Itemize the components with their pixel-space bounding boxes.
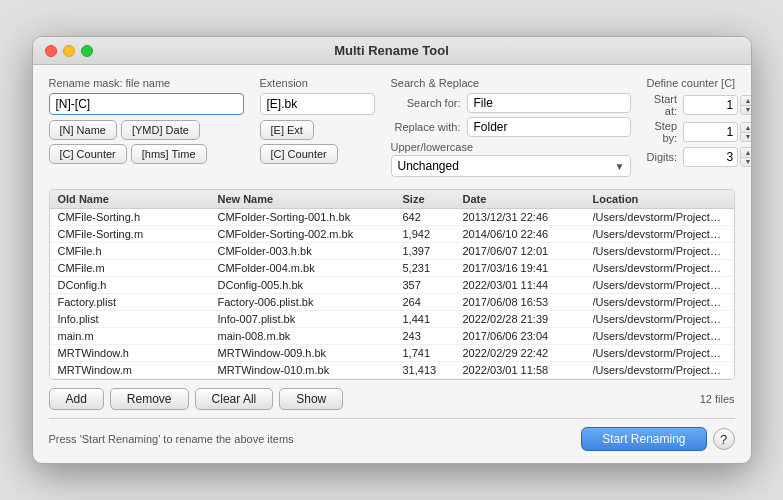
search-for-label: Search for:: [391, 97, 461, 109]
search-input[interactable]: [467, 93, 631, 113]
cell-size: 1,741: [403, 347, 463, 359]
c-counter-button[interactable]: [C] Counter: [49, 144, 127, 164]
cell-location: /Users/devstorm/Projects/...: [593, 245, 726, 257]
step-by-up[interactable]: ▲: [741, 123, 751, 133]
cell-date: 2022/03/01 11:58: [463, 364, 593, 376]
start-at-stepper[interactable]: ▲ ▼: [740, 95, 751, 115]
clear-all-button[interactable]: Clear All: [195, 388, 274, 410]
traffic-lights: [45, 45, 93, 57]
c-counter-ext-button[interactable]: [C] Counter: [260, 144, 338, 164]
cell-size: 1,942: [403, 228, 463, 240]
cell-location: /Users/devstorm/Projects/...: [593, 296, 726, 308]
step-by-down[interactable]: ▼: [741, 133, 751, 142]
cell-new-name: MRTWindow-010.m.bk: [218, 364, 403, 376]
cell-old-name: CMFile-Sorting.h: [58, 211, 218, 223]
add-button[interactable]: Add: [49, 388, 104, 410]
cell-size: 243: [403, 330, 463, 342]
hms-time-button[interactable]: [hms] Time: [131, 144, 207, 164]
n-name-button[interactable]: [N] Name: [49, 120, 117, 140]
extension-section: Extension [E] Ext [C] Counter: [260, 77, 375, 177]
step-by-stepper[interactable]: ▲ ▼: [740, 122, 751, 142]
case-label: Upper/lowercase: [391, 141, 631, 153]
cell-size: 264: [403, 296, 463, 308]
cell-new-name: main-008.m.bk: [218, 330, 403, 342]
table-body[interactable]: CMFile-Sorting.h CMFolder-Sorting-001.h.…: [50, 209, 734, 379]
table-row[interactable]: MRTWindow.h MRTWindow-009.h.bk 1,741 202…: [50, 345, 734, 362]
extension-buttons: [E] Ext: [260, 120, 375, 140]
start-at-wrap: ▲ ▼: [683, 95, 751, 115]
cell-location: /Users/devstorm/Projects/...: [593, 347, 726, 359]
rename-mask-section: Rename mask: file name [N] Name [YMD] Da…: [49, 77, 244, 177]
digits-input[interactable]: [683, 147, 738, 167]
cell-date: 2017/06/07 12:01: [463, 245, 593, 257]
ymd-date-button[interactable]: [YMD] Date: [121, 120, 200, 140]
cell-location: /Users/devstorm/Projects/...: [593, 211, 726, 223]
table-row[interactable]: Factory.plist Factory-006.plist.bk 264 2…: [50, 294, 734, 311]
extension-buttons-2: [C] Counter: [260, 144, 375, 164]
define-counter-label: Define counter [C]: [647, 77, 752, 89]
table-row[interactable]: CMFile.h CMFolder-003.h.bk 1,397 2017/06…: [50, 243, 734, 260]
cell-date: 2014/06/10 22:46: [463, 228, 593, 240]
digits-down[interactable]: ▼: [741, 158, 751, 167]
start-at-up[interactable]: ▲: [741, 96, 751, 106]
table-row[interactable]: CMFile.m CMFolder-004.m.bk 5,231 2017/03…: [50, 260, 734, 277]
step-by-input[interactable]: [683, 122, 738, 142]
cell-new-name: CMFolder-Sorting-001.h.bk: [218, 211, 403, 223]
titlebar: Multi Rename Tool: [33, 37, 751, 65]
cell-date: 2022/03/01 11:44: [463, 279, 593, 291]
col-new-name: New Name: [218, 193, 403, 205]
cell-location: /Users/devstorm/Projects/...: [593, 262, 726, 274]
rename-mask-input[interactable]: [49, 93, 244, 115]
replace-input[interactable]: [467, 117, 631, 137]
case-select[interactable]: Unchanged Uppercase Lowercase Title Case: [391, 155, 631, 177]
table-row[interactable]: MRTWindow.m MRTWindow-010.m.bk 31,413 20…: [50, 362, 734, 379]
col-location: Location: [593, 193, 726, 205]
minimize-button[interactable]: [63, 45, 75, 57]
window-title: Multi Rename Tool: [334, 43, 449, 58]
search-row: Search for:: [391, 93, 631, 113]
extension-input[interactable]: [260, 93, 375, 115]
digits-up[interactable]: ▲: [741, 148, 751, 158]
start-at-input[interactable]: [683, 95, 738, 115]
maximize-button[interactable]: [81, 45, 93, 57]
cell-date: 2013/12/31 22:46: [463, 211, 593, 223]
counter-grid: Start at: ▲ ▼ Step by: ▲: [647, 93, 752, 167]
rename-mask-buttons: [N] Name [YMD] Date: [49, 120, 244, 140]
remove-button[interactable]: Remove: [110, 388, 189, 410]
cell-old-name: main.m: [58, 330, 218, 342]
cell-new-name: CMFolder-Sorting-002.m.bk: [218, 228, 403, 240]
define-counter-section: Define counter [C] Start at: ▲ ▼ Step by…: [647, 77, 752, 177]
cell-new-name: DConfig-005.h.bk: [218, 279, 403, 291]
cell-location: /Users/devstorm/Projects/...: [593, 228, 726, 240]
col-size: Size: [403, 193, 463, 205]
cell-date: 2017/06/08 16:53: [463, 296, 593, 308]
table-row[interactable]: CMFile-Sorting.m CMFolder-Sorting-002.m.…: [50, 226, 734, 243]
start-renaming-button[interactable]: Start Renaming: [581, 427, 706, 451]
footer: Press 'Start Renaming' to rename the abo…: [49, 427, 735, 451]
table-row[interactable]: DConfig.h DConfig-005.h.bk 357 2022/03/0…: [50, 277, 734, 294]
close-button[interactable]: [45, 45, 57, 57]
case-select-wrap: Unchanged Uppercase Lowercase Title Case…: [391, 155, 631, 177]
table-row[interactable]: Info.plist Info-007.plist.bk 1,441 2022/…: [50, 311, 734, 328]
table-row[interactable]: CMFile-Sorting.h CMFolder-Sorting-001.h.…: [50, 209, 734, 226]
cell-date: 2017/03/16 19:41: [463, 262, 593, 274]
digits-stepper[interactable]: ▲ ▼: [740, 147, 751, 167]
e-ext-button[interactable]: [E] Ext: [260, 120, 314, 140]
show-button[interactable]: Show: [279, 388, 343, 410]
search-replace-label: Search & Replace: [391, 77, 631, 89]
divider: [49, 418, 735, 419]
cell-size: 31,413: [403, 364, 463, 376]
step-by-label: Step by:: [647, 120, 678, 144]
cell-size: 5,231: [403, 262, 463, 274]
cell-location: /Users/devstorm/Projects/...: [593, 279, 726, 291]
footer-right: Start Renaming ?: [581, 427, 734, 451]
cell-size: 357: [403, 279, 463, 291]
table-row[interactable]: main.m main-008.m.bk 243 2017/06/06 23:0…: [50, 328, 734, 345]
cell-new-name: Factory-006.plist.bk: [218, 296, 403, 308]
start-at-down[interactable]: ▼: [741, 106, 751, 115]
cell-new-name: CMFolder-004.m.bk: [218, 262, 403, 274]
cell-location: /Users/devstorm/Projects/...: [593, 313, 726, 325]
replace-row: Replace with:: [391, 117, 631, 137]
help-button[interactable]: ?: [713, 428, 735, 450]
step-by-wrap: ▲ ▼: [683, 122, 751, 142]
